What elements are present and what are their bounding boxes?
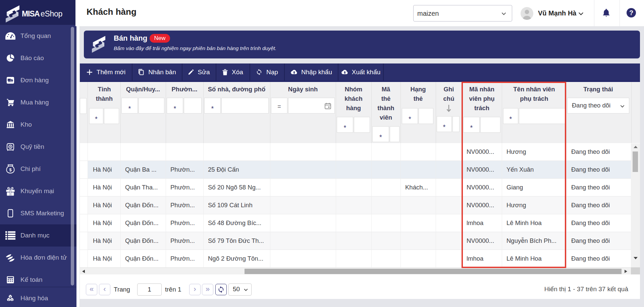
svg-text:$: $ xyxy=(9,167,12,172)
